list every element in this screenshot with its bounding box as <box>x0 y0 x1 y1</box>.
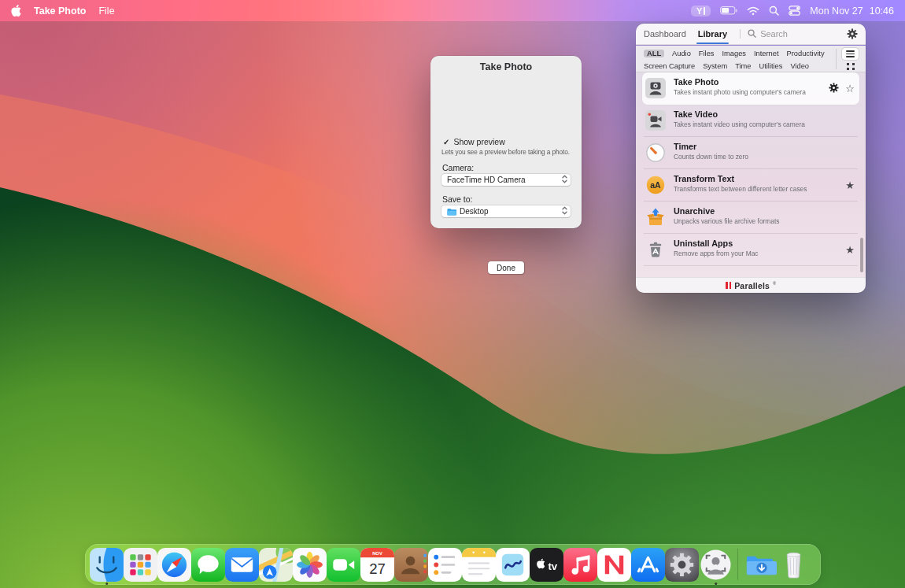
menu-file[interactable]: File <box>98 6 114 17</box>
tool-row-unarchive[interactable]: Unarchive Unpacks various file archive f… <box>636 202 866 234</box>
calendar-month-label: NOV <box>372 550 382 555</box>
camera-label: Camera: <box>442 163 474 172</box>
tool-row-transform-text[interactable]: aA Transform Text Transforms text betwee… <box>636 169 866 202</box>
category-filter-bar: ALL Audio Files Images Internet Producti… <box>636 46 866 72</box>
dock-messages-icon[interactable] <box>191 547 225 582</box>
wifi-icon[interactable] <box>747 6 759 16</box>
tab-dashboard[interactable]: Dashboard <box>644 29 686 39</box>
dock-appstore-icon[interactable] <box>631 547 665 582</box>
menu-bar: Take Photo File Y <box>0 0 905 21</box>
dock-photos-icon[interactable] <box>293 547 327 582</box>
parallels-logo-icon <box>726 282 731 289</box>
dock-contacts-icon[interactable] <box>394 547 428 582</box>
dock-maps-icon[interactable] <box>259 547 293 582</box>
filter-productivity[interactable]: Productivity <box>787 50 825 57</box>
dock-finder-icon[interactable] <box>90 547 124 582</box>
filter-video[interactable]: Video <box>790 62 809 70</box>
camera-select-value: FaceTime HD Camera <box>447 176 526 184</box>
filter-audio[interactable]: Audio <box>672 50 691 57</box>
header-divider <box>740 29 741 39</box>
calendar-day-label: 27 <box>369 560 386 577</box>
show-preview-checkbox[interactable]: ✓ Show preview <box>443 137 505 146</box>
panel-scrollbar[interactable] <box>860 238 863 272</box>
filter-files[interactable]: Files <box>699 50 715 57</box>
apple-menu-icon[interactable] <box>11 5 21 17</box>
dock-music-icon[interactable] <box>563 547 597 582</box>
dock-facetime-icon[interactable] <box>327 547 360 582</box>
dock-calendar-icon[interactable]: NOV 27 <box>360 547 394 582</box>
active-app-name[interactable]: Take Photo <box>34 6 86 17</box>
grid-view-button[interactable] <box>846 63 855 70</box>
dock-reminders-icon[interactable] <box>428 547 462 582</box>
take-photo-dialog: Take Photo ✓ Show preview Lets you see a… <box>430 56 582 228</box>
save-to-select[interactable]: Desktop <box>441 205 571 217</box>
spotlight-search-icon[interactable] <box>769 6 779 16</box>
transform-text-tool-icon: aA <box>645 175 666 195</box>
favorite-star-filled-icon[interactable]: ★ <box>845 180 855 190</box>
take-video-tool-icon <box>645 110 666 131</box>
save-to-label: Save to: <box>442 194 473 204</box>
folder-icon <box>447 208 456 216</box>
control-center-icon[interactable] <box>789 6 800 16</box>
favorite-star-filled-icon[interactable]: ★ <box>845 245 855 255</box>
date: Mon Nov 27 <box>810 6 863 17</box>
unarchive-tool-icon <box>645 207 666 227</box>
tab-library[interactable]: Library <box>698 29 727 39</box>
uninstall-apps-tool-icon <box>645 239 666 260</box>
done-button[interactable]: Done <box>488 261 524 274</box>
view-toggle <box>842 48 859 70</box>
dock-downloads-folder-icon[interactable] <box>743 547 777 582</box>
checkmark-icon: ✓ <box>443 138 449 146</box>
take-photo-tool-icon <box>645 78 666 98</box>
panel-header: Dashboard Library <box>636 24 866 45</box>
dock: NOV 27 <box>85 544 821 585</box>
filter-time[interactable]: Time <box>735 62 751 70</box>
menu-bar-clock[interactable]: Mon Nov 27 10:46 <box>810 6 894 17</box>
tv-label: tv <box>548 560 557 571</box>
tool-settings-gear-icon[interactable] <box>829 82 839 96</box>
dock-safari-icon[interactable] <box>157 547 191 582</box>
dock-system-settings-icon[interactable] <box>665 547 699 582</box>
dock-news-icon[interactable] <box>597 547 631 582</box>
registered-mark: ® <box>773 281 776 286</box>
timer-tool-icon <box>645 142 666 163</box>
tool-list: Take Photo Takes instant photo using com… <box>636 72 866 277</box>
stepper-icon <box>562 175 567 185</box>
settings-gear-icon[interactable] <box>847 28 858 39</box>
dock-trash-icon[interactable] <box>777 547 811 582</box>
dock-separator <box>737 549 738 580</box>
camera-select[interactable]: FaceTime HD Camera <box>441 174 571 186</box>
show-preview-description: Lets you see a preview before taking a p… <box>441 148 577 156</box>
filter-utilities[interactable]: Utilities <box>759 62 782 70</box>
tool-row-take-video[interactable]: Take Video Takes instant video using com… <box>636 105 866 137</box>
tool-row-timer[interactable]: Timer Counts down time to zero <box>636 137 866 169</box>
filter-images[interactable]: Images <box>722 50 747 57</box>
tool-row-uninstall-apps[interactable]: Uninstall Apps Remove apps from your Mac… <box>636 234 866 266</box>
filter-system[interactable]: System <box>703 62 727 70</box>
stepper-icon <box>562 206 567 216</box>
time: 10:46 <box>870 6 894 17</box>
panel-footer: Parallels ® <box>636 277 866 293</box>
search-input[interactable] <box>760 29 831 39</box>
dock-take-photo-icon[interactable] <box>699 547 733 582</box>
dock-tv-icon[interactable]: tv <box>530 547 563 582</box>
save-to-select-value: Desktop <box>460 207 489 216</box>
dock-launchpad-icon[interactable] <box>124 547 157 582</box>
filter-all[interactable]: ALL <box>644 50 664 57</box>
parallels-toolbox-tray-icon[interactable]: Y <box>691 6 711 17</box>
favorite-star-outline-icon[interactable]: ☆ <box>845 83 855 94</box>
dialog-title: Take Photo <box>430 61 582 72</box>
list-view-button[interactable] <box>842 48 859 60</box>
parallels-brand-name: Parallels <box>734 281 770 290</box>
filter-screen-capture[interactable]: Screen Capture <box>644 62 695 70</box>
dock-notes-icon[interactable] <box>462 547 496 582</box>
show-preview-label: Show preview <box>453 137 504 146</box>
dock-freeform-icon[interactable] <box>496 547 530 582</box>
parallels-toolbox-panel: Dashboard Library <box>636 24 866 293</box>
battery-icon[interactable] <box>720 6 737 15</box>
filter-internet[interactable]: Internet <box>754 50 779 57</box>
dock-mail-icon[interactable] <box>225 547 259 582</box>
tool-row-take-photo[interactable]: Take Photo Takes instant photo using com… <box>636 72 866 105</box>
search-icon <box>748 27 756 41</box>
desktop: Take Photo File Y <box>0 0 905 588</box>
